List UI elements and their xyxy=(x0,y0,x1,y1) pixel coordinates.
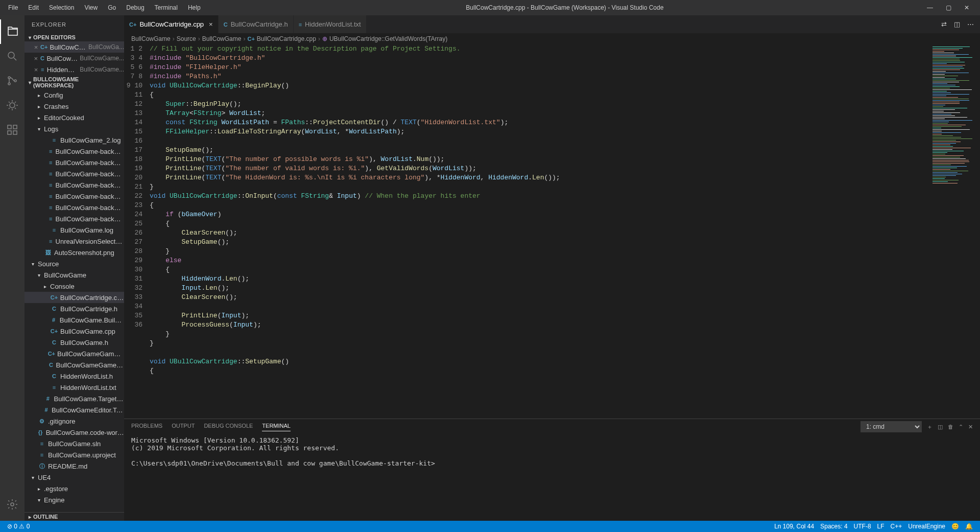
close-panel-icon[interactable]: ✕ xyxy=(968,424,973,430)
panel-tab-output[interactable]: OUTPUT xyxy=(172,423,195,431)
folder-item[interactable]: ▸.egstore xyxy=(25,483,124,494)
close-tab-icon[interactable]: × xyxy=(209,20,213,28)
file-item[interactable]: {}BullCowGame.code-workspace xyxy=(25,427,124,438)
file-item[interactable]: ≡BullCowGame-backup-2020.02.0... xyxy=(25,191,124,202)
file-item[interactable]: C+BullCowCartridge.cpp xyxy=(25,292,124,303)
file-item[interactable]: ≡BullCowGame.sln xyxy=(25,438,124,449)
folder-item[interactable]: ▾Source xyxy=(25,258,124,269)
folder-item[interactable]: ▾Logs xyxy=(25,123,124,134)
folder-item[interactable]: ▾BullCowGame xyxy=(25,269,124,281)
file-item[interactable]: C+BullCowGameGameModeBase.cpp xyxy=(25,348,124,359)
file-item[interactable]: ⓘREADME.md xyxy=(25,460,124,472)
editor-tab[interactable]: CBullCowCartridge.h xyxy=(219,15,294,33)
file-item[interactable]: ≡BullCowGame-backup-2020.02.0... xyxy=(25,179,124,191)
file-item[interactable]: C+BullCowGame.cpp xyxy=(25,326,124,337)
close-file-icon[interactable]: × xyxy=(34,55,38,62)
close-file-icon[interactable]: × xyxy=(34,66,38,74)
split-terminal-icon[interactable]: ◫ xyxy=(938,424,943,430)
file-item[interactable]: #BullCowGame.Target.cs xyxy=(25,393,124,404)
status-item[interactable]: ⊘ 0 ⚠ 0 xyxy=(4,523,33,530)
menu-file[interactable]: File xyxy=(4,2,22,13)
file-item[interactable]: ≡BullCowGame-backup-2020.02.0... xyxy=(25,202,124,213)
folder-item[interactable]: ▾UE4 xyxy=(25,472,124,483)
item-label: BullCowGameEditor.Target.cs xyxy=(52,406,124,414)
status-item[interactable]: 🔔 xyxy=(962,523,976,530)
minimap[interactable] xyxy=(929,44,980,419)
outline-section[interactable]: ▸OUTLINE xyxy=(25,512,124,521)
status-item[interactable]: UnrealEngine xyxy=(905,523,948,530)
file-item[interactable]: ≡BullCowGame_2.log xyxy=(25,134,124,146)
menu-terminal[interactable]: Terminal xyxy=(151,2,182,13)
file-item[interactable]: CBullCowGameGameModeBase.h xyxy=(25,359,124,371)
terminal-selector[interactable]: 1: cmd xyxy=(861,421,922,432)
more-icon[interactable]: ⋯ xyxy=(967,20,974,28)
folder-item[interactable]: ▾Engine xyxy=(25,494,124,505)
split-icon[interactable]: ◫ xyxy=(954,20,960,28)
file-item[interactable]: ≡HiddenWordList.txt xyxy=(25,382,124,393)
breadcrumb-segment[interactable]: BullCowGame xyxy=(131,35,171,42)
file-type-icon: ≡ xyxy=(48,182,54,188)
compare-icon[interactable]: ⇄ xyxy=(941,20,947,28)
menu-help[interactable]: Help xyxy=(184,2,205,13)
breadcrumbs[interactable]: BullCowGame›Source›BullCowGame›C+BullCow… xyxy=(124,33,980,44)
status-item[interactable]: UTF-8 xyxy=(851,523,874,530)
folder-item[interactable]: ▸Crashes xyxy=(25,101,124,112)
new-terminal-icon[interactable]: ＋ xyxy=(927,423,933,431)
breadcrumb-segment[interactable]: BullCowGame xyxy=(202,35,242,42)
close-file-icon[interactable]: × xyxy=(34,43,38,51)
breadcrumb-segment[interactable]: Source xyxy=(177,35,196,42)
open-editors-section[interactable]: ▾OPEN EDITORS xyxy=(25,33,124,41)
close-button[interactable]: ✕ xyxy=(962,4,972,11)
panel-tab-problems[interactable]: PROBLEMS xyxy=(131,423,162,431)
status-item[interactable]: Spaces: 4 xyxy=(817,523,850,530)
maximize-panel-icon[interactable]: ⌃ xyxy=(959,424,963,430)
editor-tab[interactable]: ≡HiddenWordList.txt xyxy=(294,15,367,33)
settings-icon[interactable] xyxy=(0,492,25,517)
file-item[interactable]: ⚙.gitignore xyxy=(25,415,124,427)
open-editor-item[interactable]: ×C+BullCowCartridge.cppBullCowGa... xyxy=(25,41,124,53)
source-control-icon[interactable] xyxy=(0,68,25,93)
file-item[interactable]: ≡BullCowGame-backup-2020.02.0... xyxy=(25,168,124,179)
menu-debug[interactable]: Debug xyxy=(122,2,148,13)
folder-item[interactable]: ▸EditorCooked xyxy=(25,112,124,123)
folder-item[interactable]: ▸Console xyxy=(25,281,124,292)
code-editor[interactable]: 1 2 3 4 5 6 7 8 9 10 11 12 13 14 15 16 1… xyxy=(124,44,980,419)
breadcrumb-segment[interactable]: ⊕UBullCowCartridge::GetValidWords(TArray… xyxy=(322,35,447,42)
open-editor-item[interactable]: ×CBullCowCartridge.hBullCowGame... xyxy=(25,53,124,64)
explorer-icon[interactable] xyxy=(0,19,25,44)
editor-tab[interactable]: C+BullCowCartridge.cpp× xyxy=(124,15,219,33)
file-item[interactable]: CBullCowCartridge.h xyxy=(25,303,124,314)
kill-terminal-icon[interactable]: 🗑 xyxy=(948,424,953,430)
file-item[interactable]: ≡UnrealVersionSelector-2020.01.2... xyxy=(25,236,124,247)
file-item[interactable]: #BullCowGameEditor.Target.cs xyxy=(25,404,124,415)
debug-icon[interactable] xyxy=(0,93,25,118)
status-item[interactable]: C++ xyxy=(888,523,905,530)
file-item[interactable]: ≡BullCowGame-backup-2020.02.0... xyxy=(25,157,124,168)
file-item[interactable]: CHiddenWordList.h xyxy=(25,371,124,382)
folder-item[interactable]: ▸Config xyxy=(25,89,124,101)
status-item[interactable]: LF xyxy=(874,523,888,530)
workspace-section[interactable]: ▾BULLCOWGAME (WORKSPACE) xyxy=(25,75,124,89)
menu-selection[interactable]: Selection xyxy=(45,2,78,13)
file-item[interactable]: #BullCowGame.Build.cs xyxy=(25,314,124,326)
open-editor-item[interactable]: ×≡HiddenWordList.txtBullCowGame... xyxy=(25,64,124,75)
panel-tab-debug-console[interactable]: DEBUG CONSOLE xyxy=(204,423,253,431)
minimize-button[interactable]: — xyxy=(925,4,935,11)
file-item[interactable]: CBullCowGame.h xyxy=(25,337,124,348)
file-item[interactable]: ≡BullCowGame.uproject xyxy=(25,449,124,460)
file-item[interactable]: 🖼AutoScreenshot.png xyxy=(25,247,124,258)
file-item[interactable]: ≡BullCowGame-backup-2020.02.0... xyxy=(25,146,124,157)
menu-view[interactable]: View xyxy=(80,2,102,13)
search-icon[interactable] xyxy=(0,44,25,68)
breadcrumb-segment[interactable]: C+BullCowCartridge.cpp xyxy=(247,35,316,42)
panel-tab-terminal[interactable]: TERMINAL xyxy=(262,423,291,431)
maximize-button[interactable]: ▢ xyxy=(943,4,953,11)
menu-go[interactable]: Go xyxy=(104,2,120,13)
menu-edit[interactable]: Edit xyxy=(24,2,43,13)
status-item[interactable]: 😊 xyxy=(948,523,962,530)
terminal-body[interactable]: Microsoft Windows [Version 10.0.18362.59… xyxy=(124,434,980,521)
extensions-icon[interactable] xyxy=(0,118,25,142)
file-item[interactable]: ≡BullCowGame-backup-2020.02.0... xyxy=(25,213,124,224)
file-item[interactable]: ≡BullCowGame.log xyxy=(25,224,124,236)
status-item[interactable]: Ln 109, Col 44 xyxy=(771,523,817,530)
